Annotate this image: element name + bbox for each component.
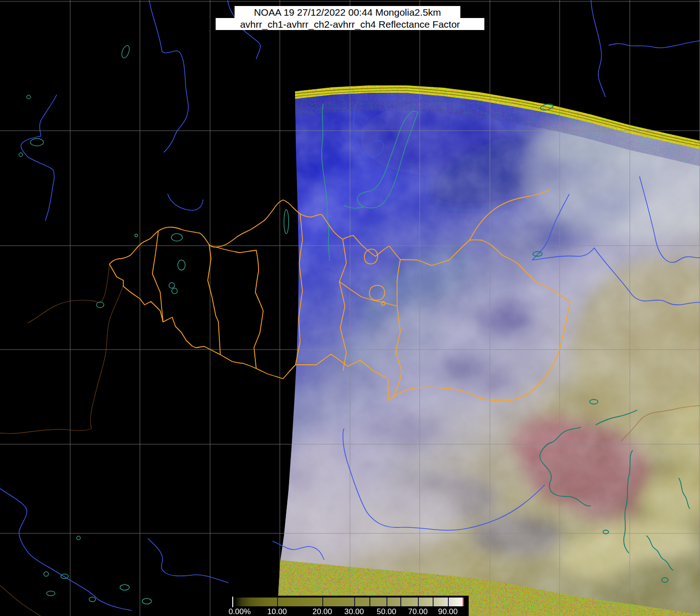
image-title: NOAA 19 27/12/2022 00:44 Mongolia2.5km (235, 6, 460, 18)
image-title-text: NOAA 19 27/12/2022 00:44 Mongolia2.5km (254, 7, 441, 17)
reflectance-colorbar: 0.00% 10.00 20.00 30.00 50.00 70.00 90.0… (229, 596, 469, 616)
colorbar-tick-60 (400, 598, 401, 606)
colorbar-label-30: 30.00 (344, 608, 364, 616)
map-canvas (0, 0, 700, 616)
colorbar-label-10: 10.00 (267, 608, 287, 616)
image-subtitle: avhrr_ch1-avhrr_ch2-avhrr_ch4 Reflectanc… (216, 18, 484, 30)
province-border (216, 247, 263, 368)
colorbar-tick-80 (433, 598, 434, 606)
colorbar-tick-30 (354, 598, 355, 606)
colorbar-tick-50 (386, 598, 387, 606)
colorbar-tick-20 (322, 598, 323, 606)
satellite-image-viewport: NOAA 19 27/12/2022 00:44 Mongolia2.5km a… (0, 0, 700, 616)
colorbar-label-20: 20.00 (313, 608, 332, 616)
image-subtitle-text: avhrr_ch1-avhrr_ch2-avhrr_ch4 Reflectanc… (240, 19, 460, 29)
province-border (208, 245, 220, 355)
colorbar-label-50: 50.00 (377, 608, 397, 616)
colorbar-gradient (232, 598, 464, 606)
colorbar-zero-marker (232, 597, 233, 607)
colorbar-tick-40 (369, 598, 370, 606)
colorbar-label-70: 70.00 (408, 608, 428, 616)
colorbar-tick-70 (418, 598, 419, 606)
colorbar-tick-90 (448, 598, 449, 606)
colorbar-end-marker (463, 598, 464, 606)
colorbar-label-90: 90.00 (438, 608, 458, 616)
colorbar-label-0: 0.00% (229, 608, 251, 616)
colorbar-tick-10 (277, 598, 278, 606)
